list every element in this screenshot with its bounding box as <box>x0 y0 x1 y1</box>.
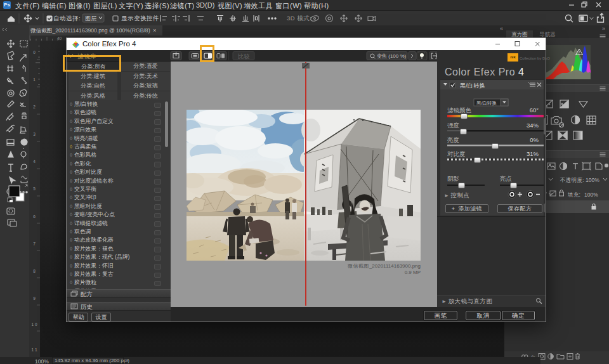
svg-text:100%: 100% <box>586 177 599 183</box>
svg-text:0: 0 <box>33 50 36 55</box>
svg-text:2: 2 <box>33 105 36 109</box>
svg-text:4: 4 <box>33 159 36 164</box>
svg-text:黑/白转换: 黑/白转换 <box>460 82 485 89</box>
svg-text:图层: 图层 <box>85 15 97 22</box>
svg-text:9: 9 <box>33 296 36 301</box>
svg-text:自动选择:: 自动选择: <box>53 15 81 22</box>
svg-text:比较: 比较 <box>238 53 250 60</box>
svg-text:填充:: 填充: <box>567 192 580 198</box>
svg-text:3D 模式:: 3D 模式: <box>287 15 311 22</box>
svg-text:7: 7 <box>33 242 36 246</box>
svg-text:5: 5 <box>33 186 36 191</box>
svg-text:8: 8 <box>33 269 36 273</box>
svg-text:1 1: 1 1 <box>31 348 37 352</box>
svg-text:显示变换控件: 显示变换控件 <box>121 15 159 22</box>
svg-text:黑/白转换: 黑/白转换 <box>476 100 497 106</box>
svg-text:1: 1 <box>33 77 36 82</box>
svg-text:1 0: 1 0 <box>31 322 37 327</box>
svg-text:40: 40 <box>57 36 62 41</box>
svg-text:3: 3 <box>33 132 36 136</box>
svg-text:6: 6 <box>33 214 36 219</box>
svg-text:100%: 100% <box>584 192 598 198</box>
svg-text:不透明度:: 不透明度: <box>560 177 584 183</box>
svg-text:变焦 (100 %): 变焦 (100 %) <box>377 53 407 59</box>
